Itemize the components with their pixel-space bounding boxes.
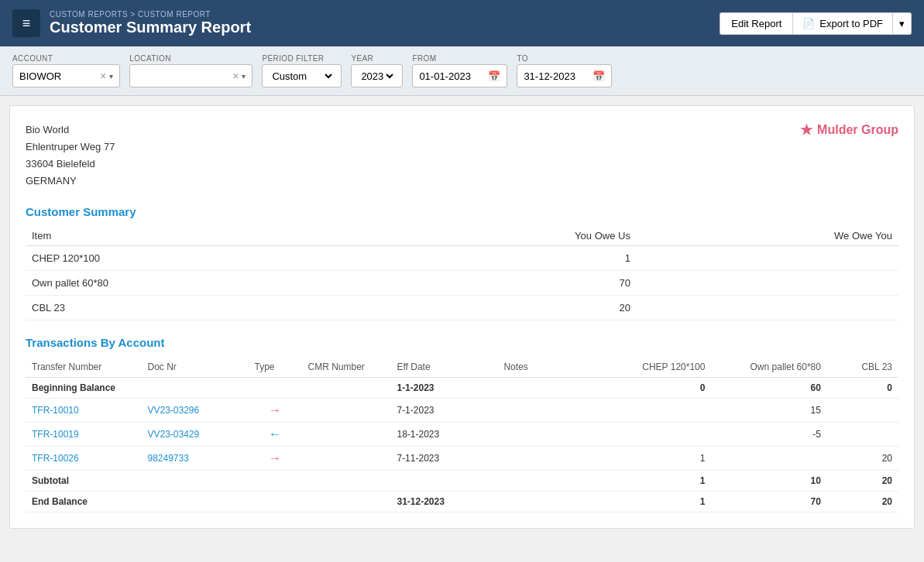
- transaction-row: Subtotal 1 10 20: [26, 471, 898, 492]
- col-you-owe-us: You Owe Us: [506, 226, 637, 246]
- menu-icon[interactable]: ≡: [12, 9, 40, 37]
- th-cbl: CBL 23: [827, 357, 898, 378]
- chep-value: [604, 399, 711, 423]
- cmr-number: [301, 423, 390, 447]
- th-notes: Notes: [497, 357, 604, 378]
- main-content: Bio World Ehlentruper Weg 77 33604 Biele…: [9, 105, 915, 529]
- cmr-number: [301, 399, 390, 423]
- transaction-row: End Balance 31-12-2023 1 70 20: [26, 492, 898, 512]
- page-title: Customer Summary Report: [50, 19, 251, 36]
- breadcrumb: CUSTOM REPORTS > CUSTOM REPORT: [50, 10, 251, 19]
- summary-table-row: Own pallet 60*80 70: [26, 271, 898, 296]
- chep-value: [604, 423, 711, 447]
- location-label: LOCATION: [129, 54, 252, 63]
- account-clear-button[interactable]: ×: [100, 70, 106, 82]
- cmr-number: [301, 492, 390, 512]
- cbl-value: 20: [827, 447, 898, 471]
- notes: [497, 399, 604, 423]
- own-pallet-value: 70: [711, 492, 826, 512]
- from-input[interactable]: [419, 70, 485, 82]
- to-label: TO: [517, 54, 612, 63]
- summary-we-owe-you: [768, 246, 898, 271]
- location-filter-group: LOCATION × ▾: [129, 54, 252, 87]
- customer-summary-table: Item You Owe Us We Owe You CHEP 120*100 …: [26, 226, 898, 320]
- from-calendar-icon[interactable]: 📅: [488, 70, 500, 82]
- type-cell: [248, 471, 301, 492]
- eff-date: 31-12-2023: [390, 492, 497, 512]
- cbl-value: 0: [827, 378, 898, 399]
- to-control: 📅: [517, 64, 612, 87]
- period-select[interactable]: Custom This Month This Year: [269, 70, 335, 83]
- header-title-area: CUSTOM REPORTS > CUSTOM REPORT Customer …: [50, 10, 251, 36]
- cbl-value: [827, 423, 898, 447]
- transactions-title: Transactions By Account: [26, 336, 898, 349]
- col-item: Item: [26, 226, 506, 246]
- year-select[interactable]: 2023 2022 2024: [358, 70, 396, 83]
- account-label: ACCOUNT: [12, 54, 120, 63]
- th-doc-nr: Doc Nr: [141, 357, 248, 378]
- summary-we-owe-you: [768, 271, 898, 296]
- chep-value: 1: [604, 471, 711, 492]
- eff-date: 7-11-2023: [390, 447, 497, 471]
- transaction-row: TFR-10010 VV23-03296 → 7-1-2023 15: [26, 399, 898, 423]
- transaction-row: TFR-10019 VV23-03429 ← 18-1-2023 -5: [26, 423, 898, 447]
- type-cell: →: [248, 447, 301, 471]
- filters-bar: ACCOUNT × ▾ LOCATION × ▾ PERIOD FILTER C…: [0, 46, 924, 96]
- transactions-table: Transfer Number Doc Nr Type CMR Number E…: [26, 357, 898, 512]
- export-pdf-button[interactable]: 📄 Export to PDF: [792, 12, 893, 35]
- account-control: × ▾: [12, 64, 120, 87]
- year-label: YEAR: [351, 54, 403, 63]
- account-input[interactable]: [19, 70, 97, 82]
- doc-nr: [141, 378, 248, 399]
- transfer-number-link[interactable]: TFR-10019: [26, 423, 141, 447]
- notes: [497, 423, 604, 447]
- notes: [497, 492, 604, 512]
- export-dropdown-button[interactable]: ▾: [893, 12, 912, 35]
- type-cell: ←: [248, 423, 301, 447]
- doc-nr: [141, 492, 248, 512]
- to-calendar-icon[interactable]: 📅: [593, 70, 605, 82]
- summary-item: Own pallet 60*80: [26, 271, 506, 296]
- summary-table-row: CHEP 120*100 1: [26, 246, 898, 271]
- summary-item: CHEP 120*100: [26, 246, 506, 271]
- account-dropdown-arrow[interactable]: ▾: [109, 72, 113, 81]
- location-input[interactable]: [136, 70, 229, 82]
- doc-nr-link[interactable]: VV23-03296: [141, 399, 248, 423]
- own-pallet-value: 10: [711, 471, 826, 492]
- chep-value: 1: [604, 492, 711, 512]
- transaction-row: TFR-10026 98249733 → 7-11-2023 1 20: [26, 447, 898, 471]
- transaction-row: Beginning Balance 1-1-2023 0 60 0: [26, 378, 898, 399]
- location-dropdown-arrow[interactable]: ▾: [242, 72, 246, 81]
- transfer-number-link[interactable]: TFR-10026: [26, 447, 141, 471]
- chep-value: 1: [604, 447, 711, 471]
- summary-spacer: [637, 246, 768, 271]
- to-input[interactable]: [524, 70, 589, 82]
- summary-table-row: CBL 23 20: [26, 296, 898, 320]
- eff-date: 18-1-2023: [390, 423, 497, 447]
- summary-spacer: [637, 296, 768, 320]
- type-cell: [248, 492, 301, 512]
- notes: [497, 471, 604, 492]
- brand-logo: ★ Mulder Group: [800, 122, 898, 139]
- edit-report-button[interactable]: Edit Report: [720, 12, 792, 35]
- account-filter-group: ACCOUNT × ▾: [12, 54, 120, 87]
- cmr-number: [301, 447, 390, 471]
- star-icon: ★: [800, 122, 812, 139]
- from-label: FROM: [412, 54, 507, 63]
- notes: [497, 378, 604, 399]
- th-chep: CHEP 120*100: [604, 357, 711, 378]
- location-clear-button[interactable]: ×: [232, 70, 239, 82]
- cmr-number: [301, 471, 390, 492]
- company-name: Bio World: [26, 122, 115, 139]
- header-bar: ≡ CUSTOM REPORTS > CUSTOM REPORT Custome…: [0, 0, 924, 46]
- doc-nr-link[interactable]: VV23-03429: [141, 423, 248, 447]
- location-control: × ▾: [129, 64, 252, 87]
- eff-date: 7-1-2023: [390, 399, 497, 423]
- doc-nr-link[interactable]: 98249733: [141, 447, 248, 471]
- cbl-value: 20: [827, 471, 898, 492]
- eff-date: 1-1-2023: [390, 378, 497, 399]
- transfer-number-link[interactable]: TFR-10010: [26, 399, 141, 423]
- transfer-number: Subtotal: [26, 471, 141, 492]
- summary-you-owe-us: 70: [506, 271, 637, 296]
- chep-value: 0: [604, 378, 711, 399]
